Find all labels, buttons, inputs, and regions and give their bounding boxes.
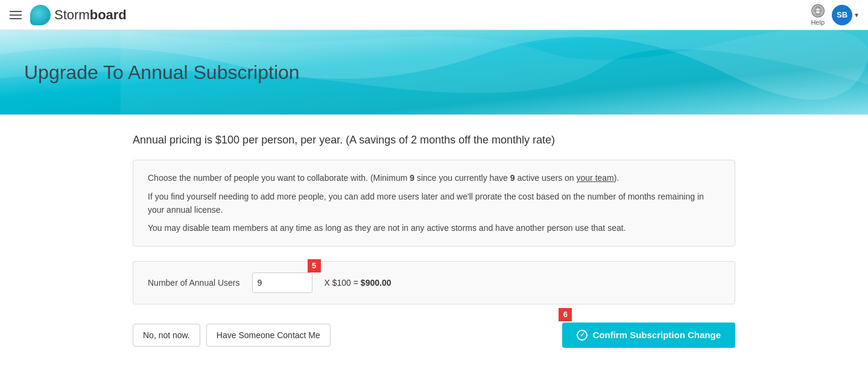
page-title: Upgrade To Annual Subscription xyxy=(24,61,300,84)
hero-banner: Upgrade To Annual Subscription xyxy=(0,30,868,115)
navbar-left: Stormboard xyxy=(10,5,127,25)
annual-users-input[interactable] xyxy=(252,272,312,293)
logo-text: Stormboard xyxy=(54,7,127,23)
users-input-wrapper: 5 xyxy=(252,272,312,293)
logo[interactable]: Stormboard xyxy=(30,5,127,25)
active-users: 9 xyxy=(510,173,515,183)
users-label: Number of Annual Users xyxy=(148,278,240,288)
hamburger-menu[interactable] xyxy=(10,11,22,19)
main-content: Annual pricing is $100 per person, per y… xyxy=(0,115,868,366)
avatar: SB xyxy=(832,5,852,25)
no-button[interactable]: No, not now. xyxy=(133,324,200,347)
info-line-3: You may disable team members at any time… xyxy=(148,221,720,234)
svg-point-0 xyxy=(813,6,822,15)
info-line-1: Choose the number of people you want to … xyxy=(148,171,720,184)
pricing-heading: Annual pricing is $100 per person, per y… xyxy=(133,133,735,148)
check-icon: ✓ xyxy=(577,330,588,341)
price-formula: X $100 = $900.00 xyxy=(325,278,391,288)
navbar: Stormboard Help SB ▾ xyxy=(0,0,868,30)
globe-icon xyxy=(811,4,825,17)
chevron-down-icon: ▾ xyxy=(855,11,858,19)
svg-point-1 xyxy=(816,6,820,15)
price-total: $900.00 xyxy=(361,278,391,288)
actions-left: No, not now. Have Someone Contact Me xyxy=(133,324,331,347)
navbar-right: Help SB ▾ xyxy=(811,4,858,26)
help-label: Help xyxy=(811,19,825,26)
actions-row: No, not now. Have Someone Contact Me 6 ✓… xyxy=(133,323,735,348)
contact-button[interactable]: Have Someone Contact Me xyxy=(206,324,331,347)
globe-svg xyxy=(813,4,823,17)
info-line-2: If you find yourself needing to add more… xyxy=(148,190,720,217)
annotation-5: 5 xyxy=(308,259,321,272)
users-section: Number of Annual Users 5 X $100 = $900.0… xyxy=(133,261,735,304)
min-users: 9 xyxy=(410,173,414,183)
user-menu[interactable]: SB ▾ xyxy=(832,5,858,25)
confirm-button[interactable]: 6 ✓ Confirm Subscription Change xyxy=(562,323,735,348)
info-box: Choose the number of people you want to … xyxy=(133,160,735,247)
help-button[interactable]: Help xyxy=(811,4,825,26)
annotation-6: 6 xyxy=(559,308,572,321)
logo-icon xyxy=(30,5,51,25)
